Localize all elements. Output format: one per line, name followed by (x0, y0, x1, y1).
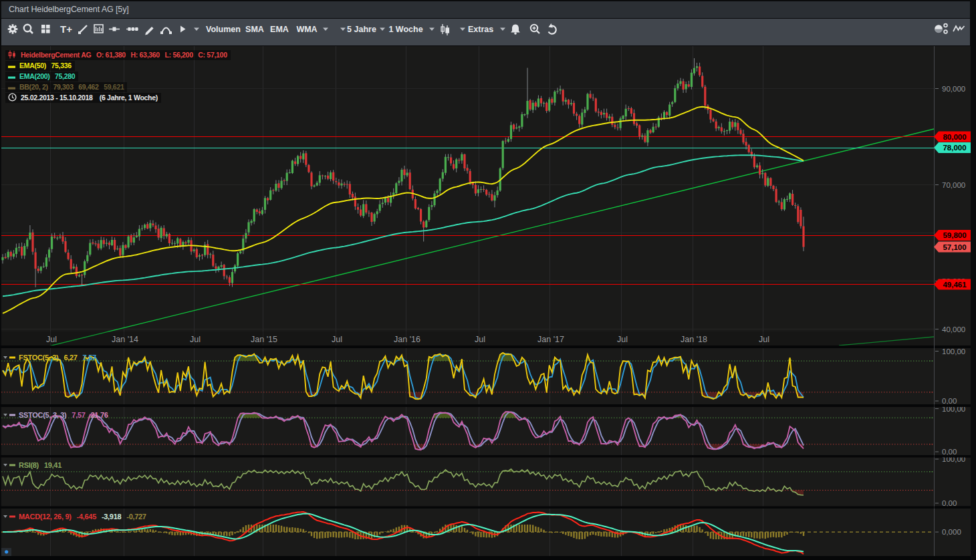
svg-text:Jul: Jul (46, 335, 57, 344)
svg-text:Jan '18: Jan '18 (681, 335, 707, 344)
svg-text:80,000: 80,000 (943, 133, 966, 141)
svg-text:59,800: 59,800 (943, 231, 966, 239)
svg-text:Jul: Jul (332, 335, 342, 344)
svg-text:Jan '16: Jan '16 (394, 335, 420, 344)
svg-text:57,100: 57,100 (943, 243, 966, 251)
svg-text:0,000: 0,000 (942, 528, 961, 536)
svg-text:SMA: SMA (245, 25, 264, 34)
svg-text:Jan '15: Jan '15 (251, 335, 277, 344)
svg-text:0,00: 0,00 (942, 499, 957, 507)
svg-text:Jan '17: Jan '17 (537, 335, 564, 344)
svg-text:Jul: Jul (475, 335, 485, 344)
svg-text:5 Jahre: 5 Jahre (347, 25, 376, 34)
svg-text:Volumen: Volumen (206, 25, 241, 34)
svg-text:WMA: WMA (296, 25, 317, 34)
svg-text:70,000: 70,000 (942, 181, 965, 189)
svg-text:78,000: 78,000 (943, 144, 966, 152)
svg-text:100,00: 100,00 (942, 347, 965, 356)
svg-text:40,000: 40,000 (942, 325, 965, 333)
svg-text:Jul: Jul (617, 335, 628, 344)
svg-text:49,461: 49,461 (943, 281, 967, 289)
svg-text:Jul: Jul (190, 335, 201, 344)
svg-text:Jan '14: Jan '14 (112, 335, 138, 344)
svg-text:Extras: Extras (468, 25, 493, 34)
svg-text:1 Woche: 1 Woche (388, 25, 422, 34)
svg-text:Jul: Jul (759, 335, 769, 344)
svg-text:T+: T+ (60, 23, 72, 35)
svg-text:0,00: 0,00 (942, 397, 957, 405)
svg-text:90,000: 90,000 (942, 85, 965, 93)
svg-text:EMA: EMA (270, 25, 289, 34)
